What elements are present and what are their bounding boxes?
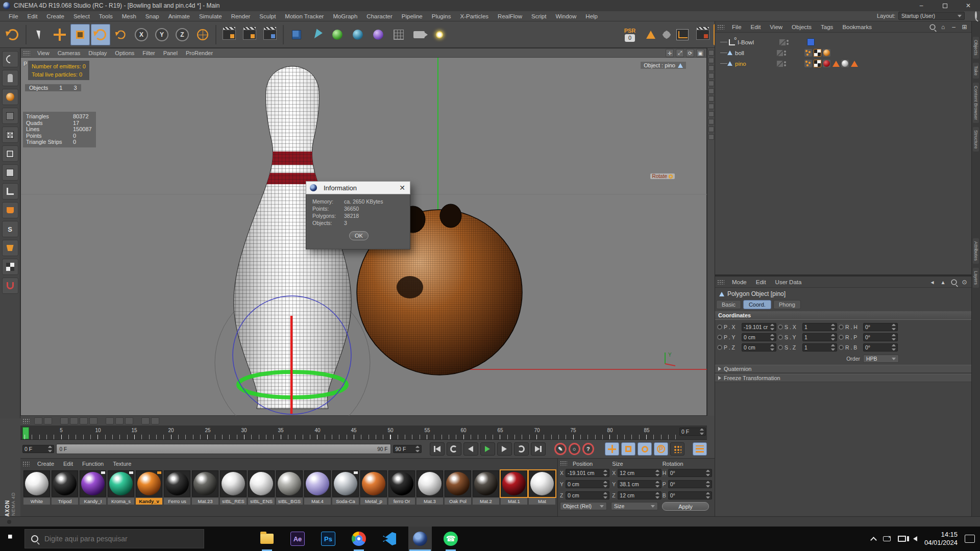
grip-icon[interactable] — [23, 51, 30, 56]
move-tool-icon[interactable] — [50, 24, 69, 45]
material-preview[interactable] — [332, 470, 359, 497]
psr-record-button[interactable]: PSR 0 — [620, 24, 640, 45]
visibility-toggles[interactable] — [777, 61, 797, 67]
side-strip-icon[interactable] — [708, 65, 714, 71]
order-dropdown[interactable]: HPB — [863, 355, 899, 363]
x-axis-lock-button[interactable]: X — [132, 24, 151, 45]
material-preview[interactable] — [276, 470, 303, 497]
material-menu-item[interactable]: Edit — [59, 459, 78, 469]
rotate-view-icon[interactable]: ⟳ — [686, 49, 694, 57]
menu-item[interactable]: X-Particles — [455, 11, 493, 21]
timeline-ruler[interactable]: 51015202530354045505560657075808590 0 F — [20, 426, 707, 440]
taskbar-clock[interactable]: 14:15 04/01/2024 — [924, 531, 958, 547]
subdivision-surface-icon[interactable] — [328, 24, 347, 45]
om-menu-item[interactable]: File — [727, 22, 746, 32]
model-mode-icon[interactable] — [2, 70, 18, 86]
menu-item[interactable]: Render — [227, 11, 255, 21]
material-swatch[interactable]: Mat.2 — [473, 470, 499, 505]
material-menu-item[interactable]: Create — [33, 459, 59, 469]
material-preview[interactable] — [473, 470, 499, 497]
step-back-icon[interactable] — [463, 442, 478, 456]
notification-center-icon[interactable] — [965, 535, 975, 543]
taskbar-whatsapp[interactable]: ☎ — [439, 527, 462, 551]
collapsed-section[interactable]: Freeze Transformation — [715, 374, 971, 382]
polygons-mode-icon[interactable] — [2, 164, 18, 181]
plus-box-icon[interactable]: ⊞ — [961, 23, 968, 31]
material-swatch[interactable]: sIBL_RES — [220, 470, 247, 505]
viewport-menu-item[interactable]: Cameras — [54, 48, 85, 58]
menu-item[interactable]: Motion Tracker — [280, 11, 328, 21]
texture-tag-icon[interactable] — [2, 259, 18, 275]
make-preview-icon[interactable] — [693, 24, 713, 45]
taskbar-vscode[interactable] — [378, 527, 401, 551]
taskbar-cinema4d[interactable] — [408, 527, 432, 551]
spinner-icon[interactable] — [655, 470, 659, 476]
position-field[interactable]: 0 cm — [566, 480, 609, 488]
paint-icon[interactable] — [2, 240, 18, 256]
animation-dot-icon[interactable] — [778, 324, 783, 330]
side-strip-icon[interactable] — [708, 104, 714, 109]
animation-dot-icon[interactable] — [717, 335, 722, 340]
apply-button[interactable]: Apply — [662, 502, 709, 511]
taskbar-aftereffects[interactable]: Ae — [286, 527, 309, 551]
scale-tool-icon[interactable] — [70, 24, 90, 45]
layout-dropdown[interactable]: Startup (User) — [898, 12, 965, 20]
array-icon[interactable] — [389, 24, 408, 45]
grip-icon[interactable] — [22, 418, 30, 423]
menu-item[interactable]: Edit — [23, 11, 42, 21]
material-preview[interactable] — [388, 470, 415, 497]
material-swatch[interactable]: White — [23, 470, 50, 505]
timeline-tool-icon[interactable] — [70, 417, 78, 424]
spinner-icon[interactable] — [831, 334, 835, 340]
spinner-icon[interactable] — [415, 446, 420, 452]
phong-tag-icon[interactable] — [850, 60, 858, 67]
rotation-field[interactable]: 0° — [863, 323, 898, 331]
back-icon[interactable]: ◂ — [928, 278, 936, 286]
scale-field[interactable]: 1 — [802, 323, 837, 331]
display-tag-icon[interactable] — [804, 49, 812, 57]
animation-dot-icon[interactable] — [778, 335, 783, 340]
live-selection-icon[interactable] — [30, 24, 49, 45]
timeline-tool-icon[interactable] — [80, 417, 88, 424]
points-mode-icon[interactable] — [2, 127, 18, 143]
attribute-tab[interactable]: Phong — [773, 300, 801, 309]
record-parameter-toggle[interactable]: P — [654, 442, 668, 456]
viewport-menu-item[interactable]: View — [33, 48, 54, 58]
object-row-ibowl[interactable]: I-Bowl — [717, 37, 967, 47]
dialog-titlebar[interactable]: Information ✕ — [306, 181, 410, 194]
rotate-tool-icon[interactable] — [91, 24, 110, 45]
camera-icon[interactable] — [409, 24, 429, 45]
side-tab[interactable]: Take — [973, 63, 979, 79]
viewport-menu-item[interactable]: Panel — [159, 48, 182, 58]
animation-dot-icon[interactable] — [839, 324, 844, 330]
side-strip-icon[interactable] — [708, 127, 714, 132]
timeline-graph-icon[interactable] — [673, 24, 692, 45]
side-strip-icon[interactable] — [708, 111, 714, 117]
spinner-icon[interactable] — [603, 492, 607, 498]
material-preview[interactable] — [360, 470, 387, 497]
coordinate-system-icon[interactable] — [193, 24, 212, 45]
minus-icon[interactable]: ‒ — [950, 23, 958, 31]
start-button[interactable] — [0, 527, 24, 551]
record-keyframe-icon[interactable]: ✎ — [554, 443, 566, 455]
material-swatch[interactable]: Mat.23 — [192, 470, 218, 505]
grip-icon[interactable] — [717, 24, 724, 30]
size-mode-dropdown[interactable]: Size — [611, 502, 658, 510]
material-swatch[interactable]: Mat.4 — [304, 470, 331, 505]
xpresso-tag-icon[interactable] — [807, 38, 815, 46]
up-icon[interactable]: ▴ — [939, 278, 947, 286]
menu-item[interactable]: Animate — [164, 11, 194, 21]
spinner-icon[interactable] — [603, 481, 607, 487]
goto-end-icon[interactable] — [531, 442, 546, 456]
animation-dot-icon[interactable] — [717, 345, 722, 350]
keyframe-selection-icon[interactable] — [693, 442, 707, 456]
material-swatch[interactable]: sIBL_BGS — [276, 470, 303, 505]
frame-range-scrubber[interactable]: 0 F 90 F — [56, 444, 391, 454]
position-field[interactable]: -19.101 cr — [742, 323, 776, 331]
object-row-boll[interactable]: boll — [717, 47, 967, 58]
material-preview[interactable] — [304, 470, 331, 497]
rotation-field[interactable]: 0° — [668, 480, 712, 488]
rotation-field[interactable]: 0° — [668, 469, 712, 477]
uvw-tag-icon[interactable] — [814, 60, 821, 67]
render-picture-viewer-icon[interactable] — [240, 24, 259, 45]
